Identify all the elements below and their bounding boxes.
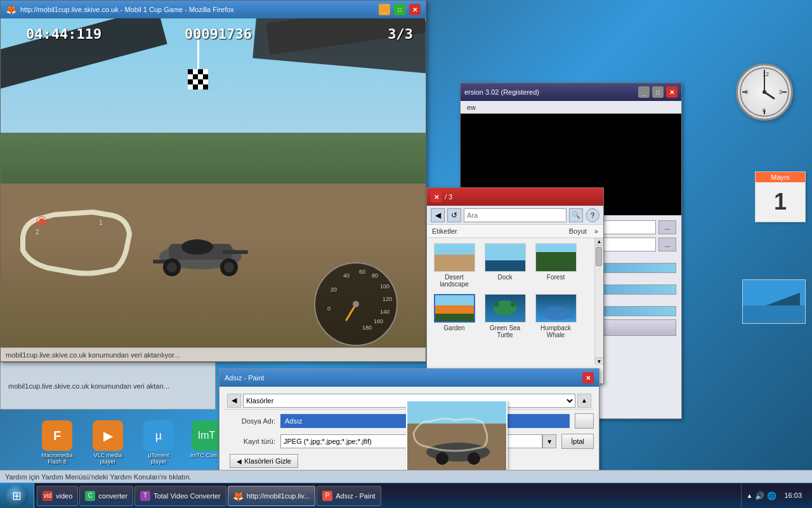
taskbar-item-paint[interactable]: P Adsız - Paint [317, 486, 381, 506]
firefox-maximize-btn[interactable]: □ [394, 4, 405, 15]
start-orb: ⊞ [6, 485, 29, 507]
taskbar-item-tvc[interactable]: T Total Video Converter [134, 486, 226, 506]
system-tray: ▲ 🔊 🌐 16:03 [741, 483, 812, 508]
converter-titlebar: ersion 3.02 (Registered) _ □ ✕ [461, 83, 681, 101]
wallpaper-search-input[interactable] [464, 208, 566, 222]
save-dialog-collapse-btn[interactable]: ▲ [577, 394, 591, 408]
firefox-content: 04:44:119 00091736 3/3 [1, 18, 426, 361]
scroll-thumb[interactable] [596, 247, 602, 266]
thumb-preview-svg [407, 401, 508, 476]
wallpaper-thumb-desert [434, 243, 475, 272]
klasorler-gizle-btn[interactable]: ◀ Klasörleri Gizle [230, 454, 298, 468]
col-more[interactable]: » [594, 227, 598, 235]
windows-logo: ⊞ [12, 489, 22, 503]
firefox-close-btn[interactable]: ✕ [409, 4, 421, 15]
wallpaper-item-whale[interactable]: HumpbackWhale [534, 294, 578, 338]
converter-minimize-btn[interactable]: _ [638, 86, 650, 98]
svg-text:160: 160 [374, 318, 383, 324]
wallpaper-item-turtle[interactable]: Green SeaTurtle [483, 294, 527, 338]
thumb-preview [406, 400, 508, 476]
wallpaper-search-btn[interactable]: 🔍 [569, 208, 583, 222]
wallpaper-back-btn[interactable]: ◀ [431, 208, 445, 222]
wallpaper-dialog: ✕ / 3 ◀ ↺ 🔍 ? Etiketler Boyut » Dese [426, 187, 604, 384]
game-lap: 3/3 [388, 26, 413, 42]
flash-icon: F [42, 420, 72, 451]
svg-text:80: 80 [372, 272, 378, 279]
converter-menu-item[interactable]: ew [464, 104, 478, 111]
conv-browse-btn1[interactable]: ... [658, 220, 676, 234]
taskbar-video-label: video [56, 492, 72, 500]
svg-text:1: 1 [99, 219, 103, 226]
wallpaper-item-forest[interactable]: Forest [534, 243, 578, 288]
utorrent-icon: µ [143, 420, 174, 451]
taskbar-tvc-label: Total Video Converter [154, 492, 221, 500]
svg-text:20: 20 [331, 286, 337, 293]
save-dialog-nav-btn[interactable]: ◀ [227, 394, 241, 408]
col-etiketler[interactable]: Etiketler [432, 227, 564, 235]
firefox-window: 🦊 http://mobil1cup.live.skive.co.uk - Mo… [0, 0, 426, 362]
firefox-status-bar: mobil1cup.live.skive.co.uk konumundan ve… [1, 347, 426, 361]
wallpaper-item-desert[interactable]: Desertlandscape [432, 243, 476, 288]
wallpaper-title: / 3 [445, 193, 599, 201]
wallpaper-grid-scroll: Desertlandscape Dock Forest [427, 238, 594, 365]
wallpaper-refresh-btn[interactable]: ↺ [447, 208, 461, 222]
wallpaper-close-btn[interactable]: ✕ [431, 191, 442, 203]
race-car [150, 222, 251, 279]
wallpaper-label-desert: Desertlandscape [440, 274, 469, 288]
wallpaper-thumb-turtle [485, 294, 526, 323]
svg-point-25 [353, 301, 359, 307]
taskbar-item-converter[interactable]: C converter [79, 486, 133, 506]
save-dialog-titlebar: Adsız - Paint ✕ [219, 369, 599, 387]
status-bar: Yardım için Yardım Menüsü'ndeki Yardım K… [0, 470, 812, 483]
right-thumb1 [742, 279, 806, 324]
converter-maximize-btn[interactable]: □ [652, 86, 664, 98]
converter-close-btn[interactable]: ✕ [666, 86, 678, 98]
browser2-status: mobil1cup.live.skive.co.uk konumundan ve… [6, 380, 172, 392]
wallpaper-help-btn[interactable]: ? [586, 208, 599, 222]
tray-show-hidden[interactable]: ▲ [747, 492, 753, 499]
desktop-icon-vlc[interactable]: ▶ VLC media player [89, 420, 127, 465]
taskbar-item-video[interactable]: vid video [37, 486, 78, 506]
save-dialog-title-text: Adsız - Paint [225, 374, 579, 382]
save-dialog-cancel-btn[interactable]: İptal [561, 434, 594, 449]
save-dialog-save-btn[interactable] [575, 413, 594, 429]
imtc-label: ImTC Com... [190, 452, 223, 458]
taskbar-item-firefox[interactable]: 🦊 http://mobil1cup.liv... [228, 486, 315, 506]
start-button[interactable]: ⊞ [0, 483, 34, 509]
svg-rect-4 [223, 250, 248, 254]
svg-point-9 [39, 218, 45, 225]
taskbar-items: vid video C converter T Total Video Conv… [34, 483, 741, 508]
wallpaper-scrollbar[interactable]: ▲ ▼ [594, 238, 603, 365]
save-dialog-type-arrow[interactable]: ▼ [542, 434, 556, 448]
wallpaper-content-row: Desertlandscape Dock Forest [427, 238, 603, 365]
converter-title: ersion 3.02 (Registered) [464, 88, 636, 96]
flash-label: Macromedia Flash 8 [38, 452, 76, 465]
desktop-icon-imtc[interactable]: ImT ImTC Com... [190, 420, 223, 465]
wallpaper-thumb-forest [535, 243, 577, 272]
klasorler-arrow: ◀ [237, 458, 242, 465]
vlc-icon: ▶ [93, 420, 123, 451]
svg-text:60: 60 [359, 269, 365, 275]
scroll-up-btn[interactable]: ▲ [595, 238, 603, 246]
paint-taskbar-icon: P [322, 491, 332, 501]
save-dialog-close-btn[interactable]: ✕ [582, 372, 594, 384]
taskbar-firefox-label: http://mobil1cup.liv... [247, 492, 310, 500]
conv-browse-btn2[interactable]: ... [658, 237, 676, 251]
wallpaper-item-garden[interactable]: Garden [432, 294, 476, 338]
col-boyut[interactable]: Boyut [569, 227, 587, 235]
firefox-minimize-btn[interactable]: _ [379, 4, 390, 15]
taskbar-clock: 16:03 [779, 491, 807, 500]
game-timer: 04:44:119 [26, 26, 102, 42]
track-map: 2 1 [10, 199, 143, 326]
scroll-down-btn[interactable]: ▼ [595, 358, 603, 365]
firefox-status-text: mobil1cup.live.skive.co.uk konumundan ve… [6, 351, 180, 359]
game-viewport[interactable]: 04:44:119 00091736 3/3 [1, 18, 426, 361]
svg-text:180: 180 [362, 324, 372, 331]
svg-text:2: 2 [36, 229, 39, 236]
wallpaper-item-dock[interactable]: Dock [483, 243, 527, 288]
converter-taskbar-icon: C [85, 491, 95, 501]
taskbar-time: 16:03 [784, 491, 802, 500]
wallpaper-label-dock: Dock [498, 274, 513, 281]
desktop-icon-flash[interactable]: F Macromedia Flash 8 [38, 420, 76, 465]
desktop-icon-utorrent[interactable]: µ µTorrent player [140, 420, 178, 465]
